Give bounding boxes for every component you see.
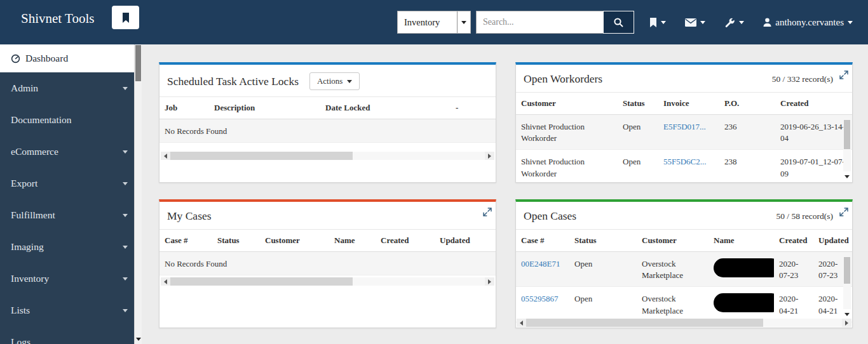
- panel-open-cases: Open Cases 50 / 58 record(s) Case # Stat…: [515, 199, 853, 328]
- scroll-left-arrow-icon[interactable]: [161, 277, 170, 286]
- column-header-case: Case #: [159, 230, 212, 252]
- horizontal-scrollbar[interactable]: [161, 277, 494, 286]
- scrollbar-track[interactable]: [843, 256, 851, 309]
- expand-icon: [483, 208, 492, 216]
- panel-title: Scheduled Task Active Locks: [167, 75, 299, 88]
- cell-customer: Overstock Marketplace: [637, 252, 709, 287]
- empty-row: No Records Found: [159, 119, 496, 143]
- expand-icon: [839, 208, 848, 216]
- scrollbar-thumb[interactable]: [844, 257, 850, 284]
- horizontal-scrollbar[interactable]: [161, 152, 494, 160]
- tools-menu[interactable]: [724, 17, 744, 28]
- column-header-name: Name: [709, 230, 774, 252]
- scroll-right-arrow-icon[interactable]: [842, 319, 851, 327]
- chevron-down-icon: [739, 21, 744, 24]
- sidebar-item-logs[interactable]: Logs: [0, 326, 142, 344]
- bookmark-button[interactable]: [112, 6, 139, 29]
- scroll-down-arrow-icon[interactable]: [843, 173, 851, 180]
- sidebar-item-documentation[interactable]: Documentation: [0, 104, 142, 136]
- cell-created: 2019-06-26_13-14-04: [775, 115, 852, 150]
- scrollbar-thumb[interactable]: [135, 45, 141, 81]
- scroll-left-arrow-icon[interactable]: [517, 319, 526, 327]
- open-cases-table: Case # Status Customer Name Created Upda…: [516, 229, 852, 322]
- cell-status: Open: [569, 287, 637, 322]
- cell-created: 2019-07-01_12-07-09: [775, 150, 852, 183]
- cell-customer: Overstock Marketplace: [637, 287, 709, 322]
- sidebar-item-lists[interactable]: Lists: [0, 294, 142, 326]
- panel-scheduled-task-active-locks: Scheduled Task Active Locks Actions Job …: [159, 62, 496, 183]
- sidebar-item-inventory[interactable]: Inventory: [0, 263, 142, 294]
- expand-button[interactable]: [483, 208, 492, 219]
- caret-down-icon: [123, 277, 128, 281]
- main-content: Scheduled Task Active Locks Actions Job …: [142, 44, 868, 344]
- scrollbar-thumb[interactable]: [526, 319, 763, 327]
- empty-row: No Records Found: [159, 252, 496, 275]
- scrollbar-track[interactable]: [526, 319, 842, 327]
- scrollbar-thumb[interactable]: [844, 120, 850, 149]
- search-category-select[interactable]: Inventory: [397, 11, 471, 34]
- sidebar-item-label: Fulfillment: [11, 209, 55, 221]
- case-link[interactable]: 00E248E71: [521, 259, 560, 268]
- sidebar-item-fulfillment[interactable]: Fulfillment: [0, 199, 142, 231]
- user-menu[interactable]: anthony.cervantes: [763, 17, 853, 28]
- sidebar-item-imaging[interactable]: Imaging: [0, 231, 142, 263]
- panel-title: Open Workorders: [524, 72, 602, 86]
- sidebar-item-label: Documentation: [11, 114, 72, 126]
- expand-button[interactable]: [839, 70, 848, 82]
- sidebar-item-export[interactable]: Export: [0, 168, 142, 199]
- search-button[interactable]: [603, 11, 634, 34]
- column-header-description: Description: [209, 97, 320, 119]
- scrollbar-track[interactable]: [170, 152, 485, 160]
- dashboard-icon: [11, 54, 20, 63]
- redacted-name: [714, 293, 774, 312]
- scrollbar-thumb[interactable]: [170, 277, 353, 286]
- sidebar-item-label: Inventory: [11, 273, 49, 284]
- vertical-scrollbar[interactable]: [843, 119, 851, 180]
- scroll-down-arrow-icon[interactable]: [843, 310, 851, 318]
- caret-down-icon: [123, 309, 128, 312]
- scroll-down-arrow-icon[interactable]: [136, 338, 141, 341]
- wrench-icon: [724, 17, 735, 28]
- horizontal-scrollbar[interactable]: [517, 319, 851, 327]
- sidebar-item-ecommerce[interactable]: eCommerce: [0, 136, 142, 168]
- scroll-left-arrow-icon[interactable]: [161, 152, 170, 160]
- record-count: 50 / 58 record(s): [776, 211, 833, 222]
- cell-created: 2020-04-21: [774, 287, 813, 322]
- messages-menu[interactable]: [685, 18, 705, 27]
- column-header-created: Created: [376, 230, 435, 252]
- sidebar-item-label: Lists: [11, 305, 30, 316]
- scrollbar-track[interactable]: [843, 119, 851, 171]
- sidebar-scrollbar[interactable]: [134, 44, 142, 344]
- bookmark-icon: [121, 12, 130, 23]
- cell-po: 236: [719, 115, 775, 150]
- scrollbar-thumb[interactable]: [170, 152, 353, 160]
- sidebar-item-label: Export: [11, 178, 37, 189]
- cell-status: Open: [618, 115, 658, 150]
- actions-label: Actions: [317, 76, 342, 86]
- actions-button[interactable]: Actions: [309, 72, 360, 90]
- chevron-down-icon: [661, 21, 666, 24]
- expand-button[interactable]: [839, 208, 848, 219]
- sidebar-item-admin[interactable]: Admin: [0, 72, 142, 104]
- panel-title: Open Cases: [524, 209, 576, 223]
- column-header-updated: Updated: [435, 230, 496, 252]
- column-header-job: Job: [159, 97, 209, 119]
- scroll-right-arrow-icon[interactable]: [485, 277, 494, 286]
- invoice-link[interactable]: E5F5D017...: [663, 122, 706, 131]
- cell-customer: Shivnet Production Workorder: [516, 150, 618, 183]
- panel-header: Scheduled Task Active Locks Actions: [159, 65, 496, 96]
- scroll-right-arrow-icon[interactable]: [485, 152, 494, 160]
- cell-status: Open: [618, 150, 658, 183]
- search-category-value: Inventory: [404, 17, 440, 28]
- chevron-down-icon: [457, 11, 470, 33]
- bookmarks-menu[interactable]: [649, 18, 666, 27]
- column-header-dash: -: [451, 97, 496, 119]
- scrollbar-track[interactable]: [170, 277, 485, 286]
- case-link[interactable]: 055295867: [521, 294, 559, 303]
- username: anthony.cervantes: [775, 17, 844, 28]
- invoice-link[interactable]: 55F5D6C2...: [663, 157, 707, 166]
- search-input[interactable]: [476, 11, 603, 34]
- redacted-name: [714, 258, 774, 277]
- vertical-scrollbar[interactable]: [843, 256, 851, 318]
- sidebar-item-dashboard[interactable]: Dashboard: [0, 44, 142, 72]
